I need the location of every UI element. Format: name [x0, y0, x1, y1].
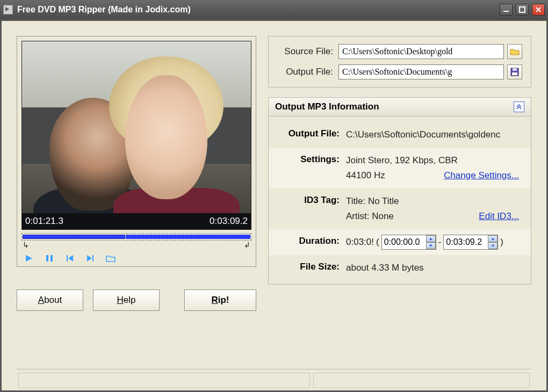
duration-from-down[interactable]: ▼ — [426, 242, 436, 249]
range-start-handle-icon[interactable]: ↳ — [23, 241, 29, 249]
info-settings-line1: Joint Stero, 192 Kbps, CBR — [346, 153, 523, 168]
duration-open-paren: ( — [376, 235, 379, 250]
info-settings-label: Settings: — [276, 153, 340, 166]
time-overlay: 0:01:21.3 0:03:09.2 — [22, 213, 251, 229]
about-button[interactable]: About — [17, 289, 83, 311]
edit-id3-link[interactable]: Edit ID3... — [479, 209, 519, 224]
range-handles: ↳ ↲ — [21, 241, 251, 249]
client-area: 0:01:21.3 0:03:09.2 ↳ ↲ — [0, 19, 548, 392]
panel-body: Output File: C:\Users\Softonic\Documents… — [268, 117, 531, 285]
info-filesize-value: about 4.33 M bytes — [346, 260, 523, 275]
status-cell-left — [18, 373, 310, 388]
change-settings-link[interactable]: Change Settings... — [444, 168, 519, 183]
info-filesize-label: File Size: — [276, 260, 340, 273]
chevron-up-double-icon — [516, 104, 522, 110]
panel-header: Output MP3 Information — [268, 97, 531, 117]
panel-title: Output MP3 Information — [275, 101, 379, 112]
duration-close-paren: ) — [500, 235, 503, 250]
action-buttons: About Help Rip! — [17, 289, 256, 311]
pause-icon — [45, 254, 54, 263]
save-output-button[interactable] — [507, 64, 522, 79]
minimize-icon — [503, 6, 509, 13]
prev-button[interactable] — [64, 253, 75, 263]
duration-to-up[interactable]: ▲ — [488, 235, 497, 242]
info-output-file-value: C:\Users\Softonic\Documents\goldenc — [346, 127, 523, 142]
maximize-icon — [519, 6, 525, 13]
folder-icon — [510, 48, 520, 55]
svg-rect-10 — [92, 255, 93, 262]
seek-progress — [23, 235, 125, 239]
minimize-button[interactable] — [500, 4, 513, 16]
source-file-label: Source File: — [277, 46, 333, 57]
right-column: Source File: Output File: — [268, 36, 531, 337]
svg-rect-7 — [67, 255, 68, 262]
close-button[interactable] — [532, 4, 545, 16]
duration-from-spinner[interactable]: ▲ ▼ — [381, 235, 436, 250]
maximize-button[interactable] — [516, 4, 529, 16]
preview-pane: 0:01:21.3 0:03:09.2 ↳ ↲ — [17, 36, 256, 267]
duration-to-spinner[interactable]: ▲ ▼ — [443, 235, 498, 250]
folder-open-icon — [106, 254, 116, 263]
info-id3-label: ID3 Tag: — [276, 194, 340, 207]
play-button[interactable] — [24, 253, 34, 263]
app-icon — [3, 5, 13, 14]
close-icon — [535, 6, 542, 13]
duration-to-input[interactable] — [444, 235, 488, 249]
seek-remaining — [126, 235, 250, 239]
current-time: 0:01:21.3 — [25, 216, 63, 227]
window-title: Free DVD MP3 Ripper (Made in Jodix.com) — [17, 5, 191, 14]
save-icon — [510, 68, 519, 76]
title-bar: Free DVD MP3 Ripper (Made in Jodix.com) — [0, 0, 548, 19]
pause-button[interactable] — [44, 253, 55, 263]
video-preview[interactable]: 0:01:21.3 0:03:09.2 — [21, 41, 251, 230]
file-paths-group: Source File: Output File: — [268, 36, 531, 88]
total-time: 0:03:09.2 — [210, 216, 248, 227]
range-end-handle-icon[interactable]: ↲ — [244, 241, 250, 249]
open-button[interactable] — [105, 253, 116, 263]
collapse-toggle[interactable] — [514, 101, 524, 112]
skip-forward-icon — [86, 254, 95, 263]
info-id3-line1: Title: No Title — [346, 194, 523, 209]
info-settings-line2: 44100 Hz — [346, 168, 385, 183]
svg-marker-8 — [68, 255, 73, 262]
rip-button[interactable]: Rip! — [184, 289, 256, 311]
svg-rect-1 — [520, 7, 525, 12]
info-output-file-label: Output File: — [276, 127, 340, 140]
duration-dash: - — [438, 235, 442, 250]
play-icon — [25, 254, 33, 263]
browse-source-button[interactable] — [507, 44, 522, 59]
playback-controls — [21, 249, 251, 264]
info-id3-line2: Artist: None — [346, 209, 394, 224]
svg-rect-12 — [513, 68, 517, 71]
info-duration-total: 0:03:0! — [346, 235, 374, 250]
status-cell-right — [313, 373, 530, 388]
app-window: Free DVD MP3 Ripper (Made in Jodix.com) — [0, 0, 548, 392]
output-file-input[interactable] — [338, 64, 504, 79]
status-bar — [17, 369, 531, 390]
info-duration-label: Duration: — [276, 235, 340, 248]
output-file-label: Output File: — [277, 67, 333, 77]
skip-back-icon — [66, 254, 74, 263]
svg-rect-6 — [51, 255, 53, 262]
svg-rect-5 — [46, 255, 48, 262]
svg-rect-0 — [503, 11, 509, 12]
duration-from-input[interactable] — [382, 235, 426, 249]
duration-to-down[interactable]: ▼ — [488, 242, 497, 249]
svg-marker-9 — [87, 255, 92, 262]
svg-rect-13 — [512, 72, 517, 75]
left-column: 0:01:21.3 0:03:09.2 ↳ ↲ — [17, 36, 256, 337]
seek-bar[interactable] — [21, 233, 251, 241]
next-button[interactable] — [85, 253, 96, 263]
duration-from-up[interactable]: ▲ — [426, 235, 436, 242]
svg-marker-4 — [26, 255, 32, 262]
help-button[interactable]: Help — [93, 289, 160, 311]
output-info-panel: Output MP3 Information Output File: C:\U… — [268, 97, 531, 285]
source-file-input[interactable] — [338, 44, 504, 59]
